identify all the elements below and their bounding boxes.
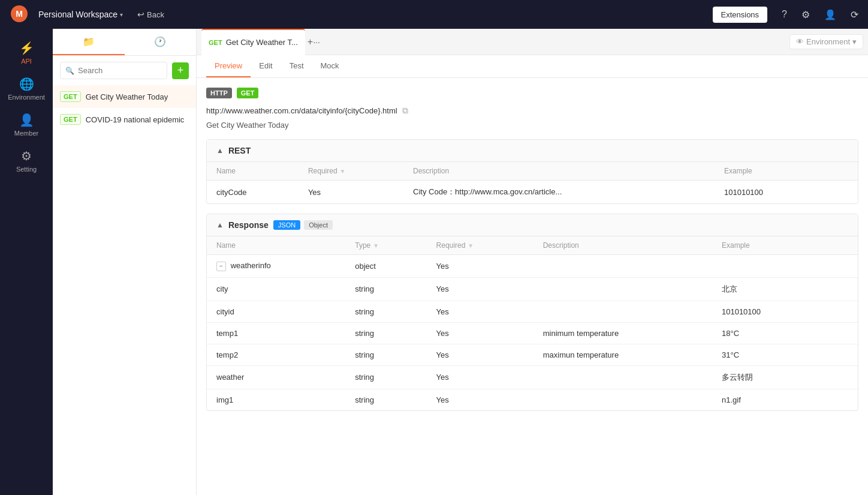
rest-row-name: cityCode [207,181,299,204]
api-panel: 📁 🕐 🔍 + GET Get City Weather Today GET C… [53,29,197,495]
panel-search-row: 🔍 + [53,56,196,85]
workspace-selector[interactable]: Persional Workspace ▾ [38,10,123,19]
get-badge: GET [237,88,259,98]
resp-row-action [822,344,858,365]
content-tab-get-city-weather[interactable]: GET Get City Weather T... [201,29,305,55]
search-input[interactable] [78,66,162,75]
method-badge-get: GET [60,114,81,125]
rest-row-example: 101010100 [715,181,822,204]
workspace-chevron-icon: ▾ [120,11,123,18]
panel-tab-folder[interactable]: 📁 [53,29,125,55]
list-item[interactable]: GET COVID-19 national epidemic [53,108,196,131]
sidebar-item-member-label: Member [14,130,38,137]
rest-collapse-icon: ▲ [216,146,224,155]
tab-mock[interactable]: Mock [312,55,348,77]
eye-icon: 👁 [796,37,804,46]
sidebar-item-setting[interactable]: ⚙ Setting [2,144,50,178]
sidebar-item-api[interactable]: ⚡ API [2,36,50,70]
search-container: 🔍 [60,62,167,79]
rest-col-name: Name [207,162,299,181]
resp-row-required: Yes [427,365,534,389]
resp-col-example: Example [712,236,822,255]
table-row: cityCode Yes City Code：http://www.mca.go… [207,181,858,204]
required-filter-icon[interactable]: ▼ [340,168,346,175]
resp-col-required: Required ▼ [427,236,534,255]
history-icon: 🕐 [154,36,166,47]
content-body: HTTP GET http://www.weather.com.cn/data/… [197,78,868,495]
sidebar-item-api-label: API [21,58,32,65]
resp-row-example [712,255,822,278]
table-row: cityid string Yes 101010100 [207,301,858,322]
environment-icon: 🌐 [19,77,34,91]
resp-row-description [534,389,712,410]
type-filter-icon[interactable]: ▼ [373,242,379,249]
resp-row-example: n1.gif [712,389,822,410]
tab-name-label: Get City Weather T... [226,38,298,47]
resp-row-required: Yes [427,255,534,278]
resp-required-filter-icon[interactable]: ▼ [468,242,474,249]
content-area: GET Get City Weather T... + ··· 👁 Enviro… [197,29,868,495]
resp-col-type: Type ▼ [345,236,426,255]
svg-text:M: M [16,9,23,19]
setting-icon: ⚙ [21,149,32,163]
settings-icon[interactable]: ⚙ [801,9,810,20]
resp-row-type: string [345,344,426,365]
search-icon: 🔍 [65,67,74,75]
sidebar-item-environment[interactable]: 🌐 Environment [2,72,50,106]
add-api-button[interactable]: + [172,62,189,79]
rest-row-action [822,181,858,204]
row-collapse-icon[interactable]: − [216,262,226,271]
rest-section-header[interactable]: ▲ REST [207,140,858,162]
user-icon[interactable]: 👤 [824,9,836,20]
back-label: Back [147,10,164,19]
help-icon[interactable]: ? [782,9,787,20]
tab-method-label: GET [209,39,222,46]
http-method-row: HTTP GET [206,88,858,98]
extensions-button[interactable]: Extensions [713,7,768,23]
resp-row-type: string [345,301,426,322]
resp-row-required: Yes [427,277,534,301]
resp-row-type: string [345,365,426,389]
panel-tab-history[interactable]: 🕐 [125,29,197,55]
panel-tabs: 📁 🕐 [53,29,196,56]
resp-row-type: string [345,389,426,410]
refresh-icon[interactable]: ⟳ [851,9,858,20]
resp-col-name: Name [207,236,345,255]
response-badge-object[interactable]: Object [304,220,333,230]
tab-edit[interactable]: Edit [251,55,281,77]
response-badge-json[interactable]: JSON [273,220,300,230]
tab-add-button[interactable]: + [308,37,313,47]
table-row: img1 string Yes n1.gif [207,389,858,410]
response-badges: JSON Object [273,220,333,230]
back-button[interactable]: ↩ Back [137,10,164,19]
rest-params-table: Name Required ▼ Description Example [207,162,858,203]
resp-col-actions [822,236,858,255]
rest-col-description: Description [403,162,715,181]
app-logo: M [10,4,29,25]
sub-tabs: Preview Edit Test Mock [197,55,868,78]
environment-selector[interactable]: 👁 Environment ▾ [789,34,863,49]
resp-row-example: 18°C [712,322,822,344]
table-row: city string Yes 北京 [207,277,858,301]
resp-row-name: img1 [207,389,345,410]
response-section-header[interactable]: ▲ Response JSON Object [207,214,858,236]
env-chevron-icon: ▾ [852,37,857,46]
tab-test[interactable]: Test [281,55,312,77]
resp-row-required: Yes [427,389,534,410]
http-badge: HTTP [206,88,232,98]
resp-row-example: 31°C [712,344,822,365]
resp-row-action [822,277,858,301]
rest-col-required: Required ▼ [299,162,403,181]
list-item[interactable]: GET Get City Weather Today [53,85,196,108]
api-item-name: COVID-19 national epidemic [86,115,185,124]
resp-row-description: minimum temperature [534,322,712,344]
topbar: M Persional Workspace ▾ ↩ Back Extension… [0,0,868,29]
resp-row-description [534,365,712,389]
copy-icon[interactable]: ⧉ [402,106,408,116]
sidebar-item-member[interactable]: 👤 Member [2,108,50,142]
back-arrow-icon: ↩ [137,10,144,19]
table-row: − weatherinfo object Yes [207,255,858,278]
sidebar-item-environment-label: Environment [8,94,45,101]
tab-preview[interactable]: Preview [206,55,251,77]
tab-more-button[interactable]: ··· [313,37,320,47]
